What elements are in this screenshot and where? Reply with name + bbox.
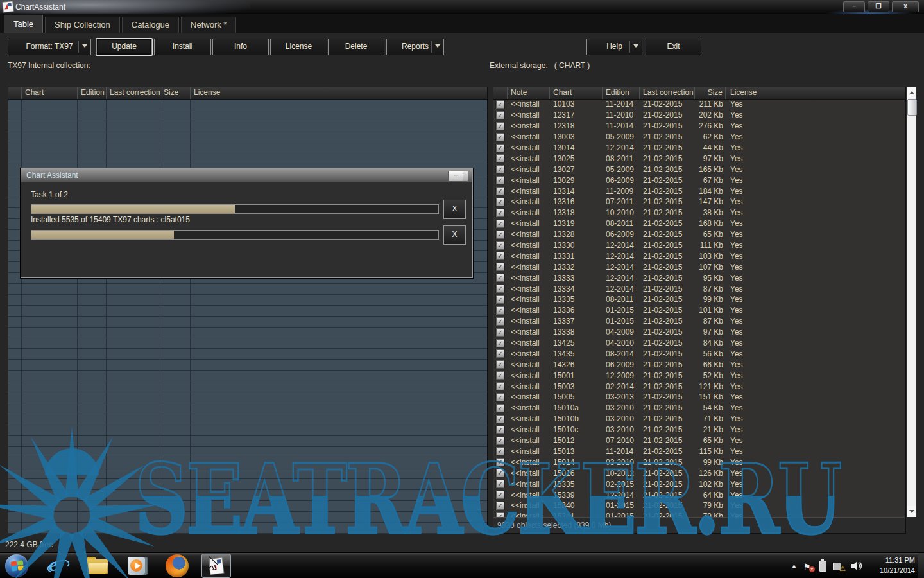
row-checkbox[interactable]: ✓: [496, 252, 504, 260]
column-header[interactable]: Size: [695, 87, 726, 99]
table-row[interactable]: ✓<<install1302508-201121-02-201597 KbYes: [493, 153, 905, 164]
format-dropdown[interactable]: Format: TX97: [8, 39, 91, 55]
table-row[interactable]: ✓<<install1501610-201221-02-2015126 KbYe…: [493, 468, 905, 478]
battery-icon[interactable]: [819, 561, 826, 572]
install-button[interactable]: Install: [154, 39, 211, 55]
column-header[interactable]: Chart: [22, 87, 78, 99]
row-checkbox[interactable]: ✓: [496, 122, 504, 130]
table-row[interactable]: ✓<<install1500503-201321-02-2015151 KbYe…: [493, 392, 905, 403]
column-header[interactable]: License: [726, 87, 905, 99]
row-checkbox[interactable]: ✓: [496, 426, 504, 434]
row-checkbox[interactable]: ✓: [496, 144, 504, 152]
internal-table-body[interactable]: [8, 100, 487, 534]
table-row[interactable]: ✓<<install1333112-201421-02-2015103 KbYe…: [493, 250, 905, 261]
table-row[interactable]: ✓<<install1333601-201521-02-2015101 KbYe…: [493, 305, 905, 316]
row-checkbox[interactable]: ✓: [496, 165, 504, 173]
table-row[interactable]: ✓<<install1501403-201021-02-201599 KbYes: [493, 457, 905, 468]
table-row[interactable]: ✓<<install1533502-201521-02-2015102 KbYe…: [493, 478, 905, 489]
table-row[interactable]: ✓<<install1333701-201521-02-201587 KbYes: [493, 316, 905, 327]
start-button[interactable]: [5, 554, 28, 577]
table-row[interactable]: ✓<<install1331810-201021-02-201538 KbYes: [493, 207, 905, 218]
exit-button[interactable]: Exit: [646, 39, 701, 55]
table-row[interactable]: ✓<<install15010a03-201021-02-201554 KbYe…: [493, 403, 905, 414]
table-row[interactable]: ✓<<install1333412-201421-02-201587 KbYes: [493, 283, 905, 294]
show-desktop-button[interactable]: [918, 553, 924, 578]
help-dropdown[interactable]: Help: [586, 39, 642, 55]
table-row[interactable]: ✓<<install1333012-201421-02-2015111 KbYe…: [493, 240, 905, 251]
license-button[interactable]: License: [270, 39, 327, 55]
column-header[interactable]: Edition: [603, 87, 640, 99]
row-checkbox[interactable]: ✓: [496, 502, 504, 510]
table-row[interactable]: ✓<<install1333312-201421-02-201595 KbYes: [493, 272, 905, 283]
table-row[interactable]: ✓<<install15010b03-201021-02-201571 KbYe…: [493, 414, 905, 425]
row-checkbox[interactable]: ✓: [496, 285, 504, 293]
row-checkbox[interactable]: ✓: [496, 371, 504, 380]
network-icon[interactable]: ⚠: [833, 561, 844, 571]
row-checkbox[interactable]: ✓: [496, 133, 504, 141]
table-row[interactable]: ✓<<install1501311-201421-02-2015115 KbYe…: [493, 446, 905, 457]
row-checkbox[interactable]: ✓: [496, 458, 504, 466]
column-header[interactable]: [493, 87, 508, 99]
table-row[interactable]: ✓<<install1332806-200921-02-201565 KbYes: [493, 229, 905, 240]
scroll-down-button[interactable]: [907, 506, 916, 517]
tab-catalogue[interactable]: Catalogue: [122, 17, 179, 33]
table-row[interactable]: ✓<<install1342504-201021-02-201584 KbYes: [493, 338, 905, 349]
column-header[interactable]: Last correction: [107, 87, 160, 99]
external-table-body[interactable]: ✓<<install1010311-201421-02-2015211 KbYe…: [493, 99, 905, 517]
table-row[interactable]: ✓<<install1534101-201521-02-201579 KbYes: [493, 511, 905, 517]
row-checkbox[interactable]: ✓: [496, 512, 504, 517]
row-checkbox[interactable]: ✓: [496, 404, 504, 412]
row-checkbox[interactable]: ✓: [496, 437, 504, 445]
row-checkbox[interactable]: ✓: [496, 241, 504, 250]
table-row[interactable]: ✓<<install1533912-201421-02-201564 KbYes: [493, 489, 905, 500]
row-checkbox[interactable]: ✓: [496, 393, 504, 401]
column-header[interactable]: Size: [160, 87, 191, 99]
table-row[interactable]: ✓<<install1331607-201121-02-2015147 KbYe…: [493, 197, 905, 207]
table-row[interactable]: ✓<<install1231811-201421-02-2015276 KbYe…: [493, 121, 905, 132]
cancel-install-button[interactable]: X: [443, 225, 466, 245]
row-checkbox[interactable]: ✓: [496, 176, 504, 184]
row-checkbox[interactable]: ✓: [496, 100, 504, 109]
close-button[interactable]: x: [892, 1, 919, 12]
table-row[interactable]: ✓<<install1302906-200921-02-201567 KbYes: [493, 175, 905, 186]
row-checkbox[interactable]: ✓: [496, 447, 504, 455]
internet-explorer-icon[interactable]: e: [46, 554, 69, 577]
row-checkbox[interactable]: ✓: [496, 295, 504, 304]
row-checkbox[interactable]: ✓: [496, 209, 504, 217]
row-checkbox[interactable]: ✓: [496, 220, 504, 228]
row-checkbox[interactable]: ✓: [496, 349, 504, 358]
table-row[interactable]: ✓<<install1500112-200921-02-201552 KbYes: [493, 370, 905, 381]
column-header[interactable]: Last correction: [640, 87, 695, 99]
info-button[interactable]: Info: [212, 39, 269, 55]
row-checkbox[interactable]: ✓: [496, 382, 504, 390]
scroll-up-button[interactable]: [907, 87, 916, 98]
row-checkbox[interactable]: ✓: [496, 469, 504, 477]
row-checkbox[interactable]: ✓: [496, 415, 504, 423]
action-center-icon[interactable]: ⚑ ✕: [803, 561, 813, 571]
table-row[interactable]: ✓<<install1301412-201421-02-201544 KbYes: [493, 143, 905, 153]
delete-button[interactable]: Delete: [328, 39, 384, 55]
row-checkbox[interactable]: ✓: [496, 187, 504, 195]
row-checkbox[interactable]: ✓: [496, 480, 504, 488]
column-header[interactable]: Note: [508, 87, 550, 99]
row-checkbox[interactable]: ✓: [496, 263, 504, 271]
show-hidden-icons-button[interactable]: ▲: [791, 562, 797, 570]
reports-dropdown[interactable]: Reports: [386, 39, 444, 55]
cancel-task-button[interactable]: X: [443, 200, 466, 219]
row-checkbox[interactable]: ✓: [496, 328, 504, 337]
row-checkbox[interactable]: ✓: [496, 306, 504, 315]
table-row[interactable]: ✓<<install15010c03-201021-02-201521 KbYe…: [493, 425, 905, 435]
column-header[interactable]: License: [191, 87, 487, 99]
dialog-title-bar[interactable]: Chart Assistant: [21, 169, 472, 182]
table-row[interactable]: ✓<<install1331908-201121-02-2015168 KbYe…: [493, 218, 905, 229]
row-checkbox[interactable]: ✓: [496, 491, 504, 499]
tab-ship-collection[interactable]: Ship Collection: [45, 17, 120, 33]
update-button[interactable]: Update: [96, 39, 152, 55]
tab-network[interactable]: Network *: [181, 17, 236, 33]
column-header[interactable]: Edition: [78, 87, 107, 99]
table-row[interactable]: ✓<<install1231711-201021-02-2015202 KbYe…: [493, 110, 905, 121]
row-checkbox[interactable]: ✓: [496, 111, 504, 119]
row-checkbox[interactable]: ✓: [496, 360, 504, 369]
restore-button[interactable]: ❐: [868, 1, 889, 12]
row-checkbox[interactable]: ✓: [496, 231, 504, 239]
